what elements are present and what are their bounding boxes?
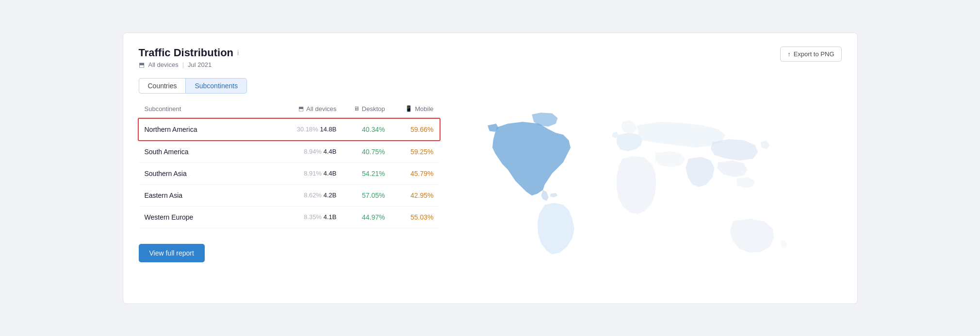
- row-desktop-3: 57.05%: [337, 192, 385, 199]
- row-label-1: South America: [145, 148, 288, 156]
- col-desktop-label: Desktop: [362, 105, 385, 112]
- row-mobile-0: 59.66%: [385, 126, 434, 133]
- row-desktop-2: 54.21%: [337, 170, 385, 177]
- col-mobile-icon: 📱: [405, 105, 412, 112]
- divider: |: [182, 61, 184, 68]
- tab-group: Countries Subcontinents: [139, 78, 842, 94]
- col-desktop: 🖥 Desktop: [337, 105, 385, 112]
- row-label-0: Northern America: [145, 126, 288, 133]
- info-icon[interactable]: i: [237, 48, 239, 57]
- card-title: Traffic Distribution: [139, 47, 234, 59]
- table-row: Western Europe 8.35% 4.1B 44.97% 55.03%: [139, 207, 440, 228]
- export-button[interactable]: ↑ Export to PNG: [780, 47, 841, 62]
- col-mobile: 📱 Mobile: [385, 105, 434, 112]
- row-label-3: Eastern Asia: [145, 192, 288, 199]
- tab-countries[interactable]: Countries: [139, 78, 186, 94]
- col-all-devices: ⬒ All devices: [288, 105, 337, 112]
- world-map: [440, 105, 842, 289]
- view-full-report-button[interactable]: View full report: [139, 244, 205, 262]
- row-pct-1: 8.94% 4.4B: [288, 148, 337, 155]
- row-pct-0: 30.18% 14.8B: [288, 126, 337, 133]
- col-desktop-icon: 🖥: [354, 105, 359, 112]
- devices-icon: ⬒: [139, 61, 145, 68]
- col-devices-icon: ⬒: [298, 105, 304, 112]
- row-label-2: Southern Asia: [145, 170, 288, 177]
- row-pct-2: 8.91% 4.4B: [288, 170, 337, 177]
- table-row: Northern America 30.18% 14.8B 40.34% 59.…: [138, 118, 441, 141]
- card-header: Traffic Distribution i ⬒ All devices | J…: [139, 47, 842, 68]
- content-area: Subcontinent ⬒ All devices 🖥 Desktop 📱 M…: [139, 105, 842, 289]
- col-subcontinent-label: Subcontinent: [145, 105, 181, 112]
- traffic-distribution-card: Traffic Distribution i ⬒ All devices | J…: [123, 32, 858, 304]
- title-row: Traffic Distribution i: [139, 47, 239, 59]
- col-all-devices-label: All devices: [306, 105, 336, 112]
- subtitle-row: ⬒ All devices | Jul 2021: [139, 61, 239, 68]
- table-row: Eastern Asia 8.62% 4.2B 57.05% 42.95%: [139, 185, 440, 207]
- row-mobile-3: 42.95%: [385, 192, 434, 199]
- row-desktop-1: 40.75%: [337, 148, 385, 156]
- export-label: Export to PNG: [794, 50, 834, 58]
- row-desktop-4: 44.97%: [337, 213, 385, 221]
- row-mobile-2: 45.79%: [385, 170, 434, 177]
- row-pct-3: 8.62% 4.2B: [288, 192, 337, 199]
- row-mobile-4: 55.03%: [385, 213, 434, 221]
- row-desktop-0: 40.34%: [337, 126, 385, 133]
- table-rows: Northern America 30.18% 14.8B 40.34% 59.…: [139, 118, 440, 228]
- row-mobile-1: 59.25%: [385, 148, 434, 156]
- row-label-4: Western Europe: [145, 213, 288, 221]
- subtitle-date: Jul 2021: [188, 61, 212, 68]
- col-subcontinent: Subcontinent: [145, 105, 288, 112]
- column-headers: Subcontinent ⬒ All devices 🖥 Desktop 📱 M…: [139, 105, 440, 118]
- subtitle-devices: All devices: [148, 61, 179, 68]
- table-row: South America 8.94% 4.4B 40.75% 59.25%: [139, 141, 440, 163]
- title-area: Traffic Distribution i ⬒ All devices | J…: [139, 47, 239, 68]
- map-section: [440, 105, 842, 289]
- upload-icon: ↑: [787, 50, 791, 58]
- row-pct-4: 8.35% 4.1B: [288, 213, 337, 221]
- col-mobile-label: Mobile: [415, 105, 433, 112]
- table-section: Subcontinent ⬒ All devices 🖥 Desktop 📱 M…: [139, 105, 440, 289]
- tab-subcontinents[interactable]: Subcontinents: [185, 78, 247, 94]
- table-row: Southern Asia 8.91% 4.4B 54.21% 45.79%: [139, 163, 440, 185]
